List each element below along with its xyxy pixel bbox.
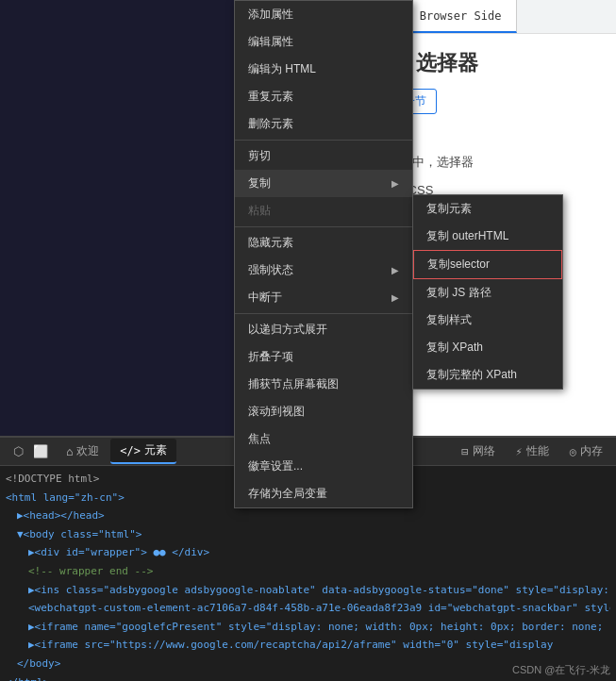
device-icon[interactable]: ⬜ [32, 443, 49, 460]
tab-welcome-label: 欢迎 [76, 443, 99, 459]
menu-add-attr[interactable]: 添加属性 [235, 1, 412, 28]
tab-elements[interactable]: </> 元素 [110, 439, 176, 464]
html-line-iframe1: ▶<iframe name="googlefcPresent" style="d… [6, 618, 610, 637]
tab-memory-label: 内存 [580, 443, 603, 459]
menu-copy-outerhtml[interactable]: 复制 outerHTML [413, 223, 562, 250]
perf-icon: ⚡ [516, 445, 523, 458]
menu-copy-full-xpath[interactable]: 复制完整的 XPath [413, 361, 562, 389]
inspect-icon[interactable]: ⬡ [9, 443, 26, 460]
html-line-comment: <!-- wrapper end --> [6, 562, 610, 581]
menu-copy-element[interactable]: 复制元素 [413, 195, 562, 223]
menu-focus[interactable]: 焦点 [235, 425, 412, 453]
submenu-arrow-state: ▶ [391, 265, 399, 275]
elements-icon: </> [120, 444, 141, 457]
devtools-right-tabs: ⊟ 网络 ⚡ 性能 ◎ 内存 [452, 440, 612, 463]
menu-store-global[interactable]: 存储为全局变量 [235, 480, 412, 507]
context-menu-secondary: 复制元素 复制 outerHTML 复制selector 复制 JS 路径 复制… [412, 194, 563, 390]
menu-edit-html[interactable]: 编辑为 HTML [235, 56, 412, 83]
tab-performance[interactable]: ⚡ 性能 [507, 440, 558, 463]
memory-icon: ◎ [570, 445, 576, 458]
watermark: CSDN @在飞行-米龙 [512, 663, 610, 677]
devtools-toolbar-icons: ⬡ ⬜ [4, 443, 55, 460]
home-icon: ⌂ [66, 445, 73, 458]
menu-copy-selector[interactable]: 复制selector [413, 250, 562, 279]
menu-scroll-into-view[interactable]: 滚动到视图 [235, 398, 412, 425]
menu-badge-settings[interactable]: 徽章设置... [235, 453, 412, 480]
html-line-body: ▼<body class="html"> [6, 525, 610, 544]
menu-collapse[interactable]: 折叠子项 [235, 343, 412, 371]
divider-1 [235, 140, 412, 141]
tab-browser-side[interactable]: Browser Side [405, 0, 518, 33]
divider-2 [235, 226, 412, 227]
menu-screenshot[interactable]: 捕获节点屏幕截图 [235, 371, 412, 398]
submenu-arrow-copy: ▶ [391, 178, 399, 189]
menu-duplicate[interactable]: 重复元素 [235, 83, 412, 110]
network-icon: ⊟ [461, 445, 468, 458]
tab-network-label: 网络 [473, 443, 495, 459]
tab-elements-label: 元素 [144, 442, 167, 458]
menu-copy-styles[interactable]: 复制样式 [413, 307, 562, 334]
html-line-ins: ▶<ins class="adsbygoogle adsbygoogle-noa… [6, 581, 610, 600]
tab-memory[interactable]: ◎ 内存 [560, 440, 612, 463]
divider-3 [235, 313, 412, 314]
html-line-wrapper: ▶<div id="wrapper"> ●● </div> [6, 543, 610, 562]
html-line-iframe2: ▶<iframe src="https://www.google.com/rec… [6, 636, 610, 655]
menu-expand-recursive[interactable]: 以递归方式展开 [235, 316, 412, 343]
html-line-webchat: <webchatgpt-custom-element-ac7106a7-d84f… [6, 599, 610, 618]
menu-cut[interactable]: 剪切 [235, 142, 412, 170]
left-overlay [0, 0, 236, 453]
context-menu-primary: 添加属性 编辑属性 编辑为 HTML 重复元素 删除元素 剪切 复制 ▶ 粘贴 … [234, 0, 413, 508]
menu-paste[interactable]: 粘贴 [235, 197, 412, 224]
menu-copy-xpath[interactable]: 复制 XPath [413, 334, 562, 361]
tab-network[interactable]: ⊟ 网络 [452, 440, 504, 463]
menu-copy-js-path[interactable]: 复制 JS 路径 [413, 279, 562, 307]
menu-break-on[interactable]: 中断于 ▶ [235, 284, 412, 311]
menu-copy[interactable]: 复制 ▶ [235, 170, 412, 197]
tab-welcome[interactable]: ⌂ 欢迎 [57, 440, 108, 463]
submenu-arrow-break: ▶ [391, 292, 399, 303]
menu-edit-attr[interactable]: 编辑属性 [235, 28, 412, 56]
menu-delete[interactable]: 删除元素 [235, 110, 412, 138]
menu-hide[interactable]: 隐藏元素 [235, 229, 412, 257]
html-line-head: ▶<head></head> [6, 507, 610, 525]
tab-perf-label: 性能 [526, 443, 549, 459]
main-container: CSS Browser Side CSS 选择器 ← 上一节 选择器 在 CSS… [0, 0, 616, 681]
menu-force-state[interactable]: 强制状态 ▶ [235, 257, 412, 284]
